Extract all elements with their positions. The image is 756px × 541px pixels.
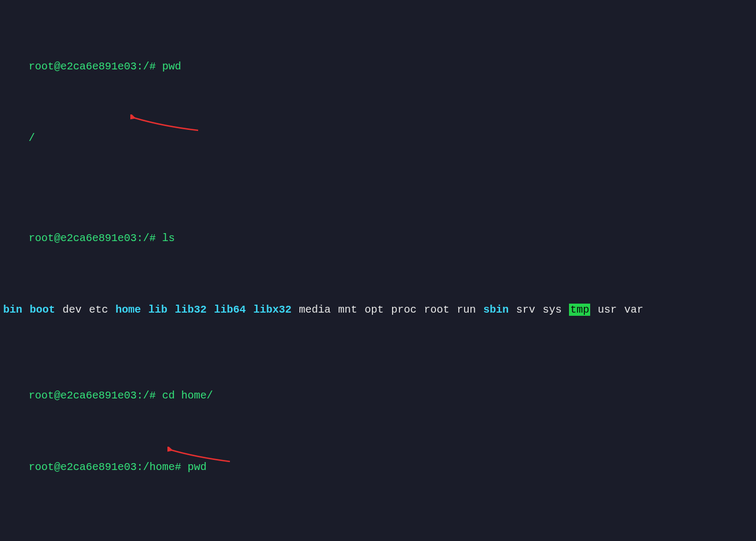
ls-output: binbootdevetchomeliblib32lib64libx32medi… bbox=[3, 288, 753, 331]
output-home-path: /home bbox=[3, 531, 753, 541]
ls-entry-lib64: lib64 bbox=[214, 304, 246, 316]
output-root-path: / bbox=[3, 117, 753, 174]
command: pwd bbox=[162, 60, 181, 73]
ls-entry-lib: lib bbox=[148, 304, 167, 316]
ls-entry-media: media bbox=[299, 304, 331, 316]
ls-entry-lib32: lib32 bbox=[175, 304, 207, 316]
prompt: root@e2ca6e891e03:/home# bbox=[29, 461, 188, 473]
line-pwd2: root@e2ca6e891e03:/home# pwd bbox=[3, 446, 753, 503]
command: pwd bbox=[188, 461, 207, 473]
ls-entry-mnt: mnt bbox=[338, 304, 357, 316]
annotation-arrow-icon bbox=[130, 114, 199, 132]
ls-entry-opt: opt bbox=[364, 304, 384, 316]
ls-entry-var: var bbox=[624, 304, 643, 316]
prompt: root@e2ca6e891e03:/# bbox=[29, 389, 162, 402]
ls-entry-tmp: tmp bbox=[569, 304, 590, 316]
ls-entry-dev: dev bbox=[63, 304, 82, 316]
ls-entry-boot: boot bbox=[30, 304, 55, 316]
ls-entry-run: run bbox=[457, 304, 476, 316]
prompt: root@e2ca6e891e03:/# bbox=[29, 232, 162, 244]
terminal[interactable]: root@e2ca6e891e03:/# pwd / root@e2ca6e89… bbox=[0, 0, 756, 541]
ls-entry-sys: sys bbox=[542, 304, 562, 316]
line-cd: root@e2ca6e891e03:/# cd home/ bbox=[3, 374, 753, 417]
line-ls: root@e2ca6e891e03:/# ls bbox=[3, 217, 753, 260]
ls-entry-srv: srv bbox=[516, 304, 535, 316]
ls-entry-etc: etc bbox=[89, 304, 108, 316]
ls-entry-bin: bin bbox=[3, 304, 22, 316]
ls-entry-root: root bbox=[424, 304, 449, 316]
line-pwd1: root@e2ca6e891e03:/# pwd bbox=[3, 45, 753, 88]
ls-entry-home: home bbox=[115, 304, 141, 316]
prompt: root@e2ca6e891e03:/# bbox=[29, 60, 162, 73]
ls-entry-libx32: libx32 bbox=[253, 304, 291, 316]
ls-entry-proc: proc bbox=[391, 304, 416, 316]
command: cd home/ bbox=[162, 389, 213, 402]
ls-entry-sbin: sbin bbox=[483, 304, 509, 316]
command: ls bbox=[162, 232, 175, 244]
ls-entry-usr: usr bbox=[598, 304, 617, 316]
output-text: / bbox=[29, 132, 35, 144]
